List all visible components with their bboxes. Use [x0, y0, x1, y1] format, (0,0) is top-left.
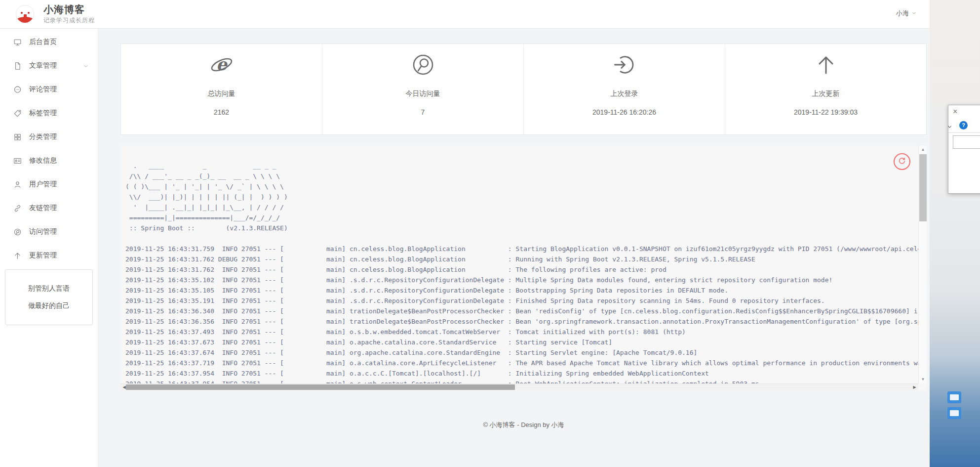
monitor-icon	[13, 38, 22, 46]
sidebar-item-comments[interactable]: 评论管理	[0, 78, 98, 101]
sidebar-item-label: 访问管理	[29, 227, 57, 236]
horizontal-scrollbar[interactable]: ◀ ▶	[120, 383, 918, 390]
sidebar-item-label: 友链管理	[29, 204, 57, 212]
sidebar-item-label: 评论管理	[29, 85, 57, 94]
stat-card-total-visits: e 总访问量 2162	[121, 44, 322, 134]
motto-line: 别管别人言语	[28, 284, 70, 293]
stat-card-last-login: 上次登录 2019-11-26 16:20:26	[524, 44, 725, 134]
chevron-down-icon[interactable]	[946, 123, 953, 132]
chrome-browser-icon	[322, 53, 523, 79]
footer-copyright: © 小海博客 - Design by 小海	[120, 421, 927, 429]
user-menu[interactable]: 小海	[896, 9, 917, 18]
log-output: . ____ _ __ _ _ /\\ / ___'_ __ _ _(_)_ _…	[125, 161, 927, 389]
desktop-icon[interactable]	[947, 391, 961, 403]
sidebar-item-tags[interactable]: 标签管理	[0, 101, 98, 125]
sidebar-item-label: 标签管理	[29, 109, 57, 118]
browser-icon	[13, 228, 22, 236]
sidebar-item-label: 文章管理	[29, 61, 57, 70]
stat-label: 今日访问量	[322, 89, 523, 98]
stat-label: 上次登录	[524, 89, 725, 98]
chevron-down-icon	[83, 63, 89, 69]
popup-input[interactable]	[953, 135, 980, 149]
close-icon[interactable]: ×	[953, 108, 957, 116]
sidebar-item-visits[interactable]: 访问管理	[0, 220, 98, 244]
sidebar-item-users[interactable]: 用户管理	[0, 172, 98, 196]
id-card-icon	[13, 157, 22, 165]
ie-browser-icon: e	[121, 53, 322, 79]
svg-text:e: e	[216, 54, 228, 74]
motto-box: 别管别人言语 做最好的自己	[5, 269, 93, 325]
sidebar-item-profile[interactable]: 修改信息	[0, 149, 98, 172]
document-icon	[13, 62, 22, 70]
sidebar-item-home[interactable]: 后台首页	[0, 30, 98, 54]
sidebar-item-label: 分类管理	[29, 132, 57, 141]
stat-value: 2019-11-26 16:20:26	[524, 108, 725, 116]
stat-value: 2019-11-22 19:39:03	[725, 108, 926, 116]
sidebar-item-label: 修改信息	[29, 156, 57, 165]
popup-divider	[948, 132, 980, 133]
sidebar-item-categories[interactable]: 分类管理	[0, 125, 98, 149]
page-title: 小海博客	[43, 3, 85, 16]
window-icon	[950, 394, 959, 400]
desktop-wallpaper	[930, 0, 980, 467]
page-subtitle: 记录学习成长历程	[43, 16, 95, 25]
sidebar-item-label: 后台首页	[29, 38, 57, 46]
scroll-right-arrow[interactable]: ▶	[911, 384, 918, 390]
sidebar-item-links[interactable]: 友链管理	[0, 196, 98, 220]
stat-value: 2162	[121, 108, 322, 116]
sidebar-item-articles[interactable]: 文章管理	[0, 54, 98, 78]
scroll-down-arrow[interactable]: ▼	[919, 376, 927, 383]
link-icon	[13, 204, 22, 212]
refresh-button[interactable]	[894, 153, 910, 170]
screen: × ? 小海博客 记录学习成长历程 小海 后台首页 文章管理	[0, 0, 980, 467]
refresh-icon	[898, 157, 906, 167]
stat-label: 上次更新	[725, 89, 926, 98]
user-icon	[13, 180, 22, 189]
overlay-popup: × ?	[948, 105, 980, 194]
blog-admin-page: 小海博客 记录学习成长历程 小海 后台首页 文章管理 评论管理 标签管理 分类管…	[0, 0, 930, 467]
desktop-icon[interactable]	[947, 407, 961, 419]
window-icon	[950, 410, 959, 416]
user-name: 小海	[896, 9, 909, 18]
chevron-down-icon	[911, 10, 917, 17]
stats-panel: e 总访问量 2162 今日访问量 7 上次登录 2019-11-26 16:2…	[120, 43, 927, 135]
stat-value: 7	[322, 108, 523, 116]
arrow-up-icon	[725, 53, 926, 79]
grid-icon	[13, 133, 22, 141]
main-content: e 总访问量 2162 今日访问量 7 上次登录 2019-11-26 16:2…	[99, 29, 930, 467]
comment-icon	[13, 85, 22, 94]
arrow-up-icon	[13, 252, 22, 260]
vertical-scroll-thumb[interactable]	[919, 154, 927, 221]
stat-card-last-update: 上次更新 2019-11-22 19:39:03	[725, 44, 926, 134]
sidebar: 后台首页 文章管理 评论管理 标签管理 分类管理 修改信息 用户管理 友链管理 …	[0, 29, 98, 467]
stat-card-today-visits: 今日访问量 7	[322, 44, 524, 134]
motto-line: 做最好的自己	[28, 301, 70, 310]
vertical-scrollbar[interactable]: ▲ ▼	[918, 146, 927, 383]
stat-label: 总访问量	[121, 89, 322, 98]
scroll-up-arrow[interactable]: ▲	[919, 146, 927, 154]
login-icon	[524, 53, 725, 79]
tag-icon	[13, 109, 22, 118]
help-icon[interactable]: ?	[959, 121, 968, 129]
horizontal-scroll-thumb[interactable]	[126, 384, 515, 390]
app-header: 小海博客 记录学习成长历程 小海	[0, 0, 930, 29]
sidebar-item-updates[interactable]: 更新管理	[0, 244, 98, 267]
sidebar-item-label: 更新管理	[29, 251, 57, 260]
sidebar-item-label: 用户管理	[29, 180, 57, 189]
log-console: . ____ _ __ _ _ /\\ / ___'_ __ _ _(_)_ _…	[120, 146, 927, 390]
blog-mascot-logo	[16, 5, 34, 23]
